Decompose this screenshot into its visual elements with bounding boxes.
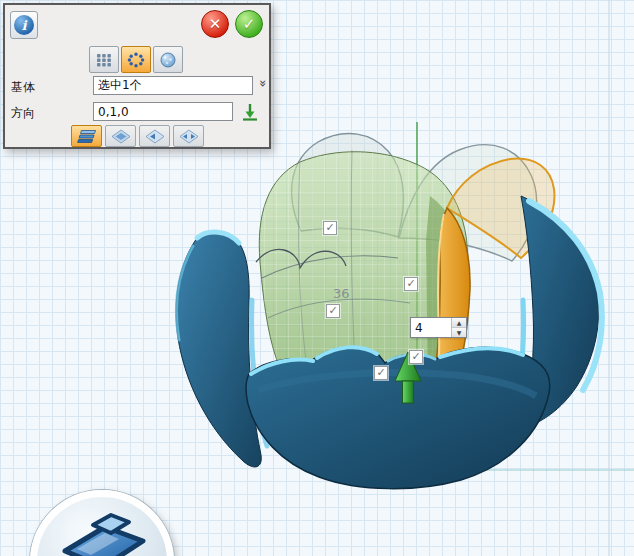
tool-3d-icon bbox=[51, 507, 161, 556]
mode-grid-button[interactable] bbox=[89, 46, 119, 73]
checkbox-check-icon: ✓ bbox=[325, 221, 334, 234]
command-dialog: i ✕ ✓ bbox=[3, 3, 271, 149]
selection-checkbox[interactable]: ✓ bbox=[326, 304, 340, 318]
option-diamond-both-button[interactable] bbox=[173, 125, 204, 147]
option-button-row bbox=[71, 125, 204, 147]
base-field-label: 基体 bbox=[11, 79, 35, 96]
checkbox-check-icon: ✓ bbox=[406, 277, 415, 290]
info-icon: i bbox=[14, 15, 34, 35]
circular-dots-icon bbox=[127, 52, 145, 68]
spinner-up-icon[interactable]: ▲ bbox=[452, 318, 466, 328]
check-icon: ✓ bbox=[243, 15, 256, 33]
spinner-buttons: ▲ ▼ bbox=[451, 318, 466, 337]
count-input[interactable] bbox=[411, 318, 451, 337]
petal-left[interactable] bbox=[176, 232, 261, 467]
base-field-input[interactable] bbox=[93, 76, 253, 95]
direction-arrow-shaft[interactable] bbox=[403, 381, 414, 403]
mode-circular-pattern-button[interactable] bbox=[121, 46, 151, 73]
selection-checkbox[interactable]: ✓ bbox=[374, 366, 388, 380]
direction-field-label: 方向 bbox=[11, 105, 35, 122]
info-button[interactable]: i bbox=[10, 11, 38, 39]
sphere-pattern-icon bbox=[159, 52, 177, 68]
confirm-button[interactable]: ✓ bbox=[235, 10, 263, 38]
option-diamond-flip-button[interactable] bbox=[139, 125, 170, 147]
diamond-left-icon bbox=[110, 129, 132, 144]
count-spinner: ▲ ▼ bbox=[410, 317, 467, 338]
cancel-button[interactable]: ✕ bbox=[201, 10, 229, 38]
checkbox-check-icon: ✓ bbox=[328, 304, 337, 317]
checkbox-check-icon: ✓ bbox=[376, 366, 385, 379]
diamond-both-icon bbox=[178, 129, 200, 144]
close-icon: ✕ bbox=[209, 15, 222, 33]
chevron-double-icon: » bbox=[257, 80, 272, 88]
mode-sphere-button[interactable] bbox=[153, 46, 183, 73]
expand-chevron-button[interactable]: » bbox=[256, 76, 272, 96]
selection-checkbox[interactable]: ✓ bbox=[409, 350, 423, 364]
selection-checkbox[interactable]: ✓ bbox=[323, 221, 337, 235]
dimension-label: 36 bbox=[333, 286, 350, 301]
direction-field-input[interactable] bbox=[93, 102, 233, 121]
mode-button-row bbox=[89, 46, 183, 73]
stacked-layers-icon bbox=[76, 129, 98, 144]
dot-grid-icon bbox=[96, 53, 112, 67]
pick-arrow-icon bbox=[240, 102, 260, 122]
pick-direction-button[interactable] bbox=[240, 102, 260, 122]
option-stack-button[interactable] bbox=[71, 125, 102, 147]
petal-front[interactable] bbox=[246, 347, 550, 489]
spinner-down-icon[interactable]: ▼ bbox=[452, 328, 466, 337]
selection-checkbox[interactable]: ✓ bbox=[404, 277, 418, 291]
option-diamond-left-button[interactable] bbox=[105, 125, 136, 147]
diamond-flip-icon bbox=[144, 129, 166, 144]
cad-application-window: { "glyphs": { "info": "i", "close": "✕",… bbox=[0, 0, 634, 556]
checkbox-check-icon: ✓ bbox=[411, 350, 420, 363]
